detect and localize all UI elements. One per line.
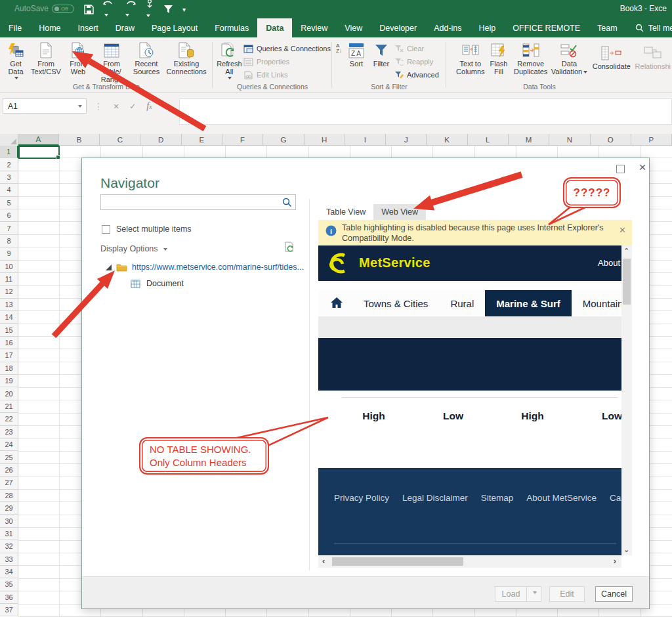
row-header-9[interactable]: 9 bbox=[0, 247, 18, 260]
row-header-23[interactable]: 23 bbox=[0, 426, 18, 438]
column-header-B[interactable]: B bbox=[59, 134, 100, 146]
row-header-3[interactable]: 3 bbox=[0, 171, 18, 184]
display-options-dropdown[interactable]: Display Options bbox=[100, 244, 167, 253]
tab-draw[interactable]: Draw bbox=[107, 18, 143, 37]
footer-careers[interactable]: Caree bbox=[610, 493, 621, 503]
edit-links-button[interactable]: Edit Links bbox=[243, 68, 331, 81]
column-header-L[interactable]: L bbox=[468, 134, 509, 146]
row-header-35[interactable]: 35 bbox=[0, 578, 18, 591]
vertical-scrollbar[interactable]: ⌃ ⌄ bbox=[621, 245, 632, 555]
edit-button[interactable]: Edit bbox=[549, 586, 585, 602]
data-validation-button[interactable]: Data Validation bbox=[551, 40, 588, 75]
row-header-20[interactable]: 20 bbox=[0, 387, 18, 400]
cancel-entry-icon[interactable]: × bbox=[114, 101, 119, 112]
tab-add-ins[interactable]: Add-ins bbox=[425, 18, 470, 37]
row-header-18[interactable]: 18 bbox=[0, 362, 18, 375]
sort-az-icon[interactable]: AZ↓ bbox=[336, 43, 342, 54]
select-multiple-checkbox[interactable] bbox=[102, 225, 110, 234]
row-header-31[interactable]: 31 bbox=[0, 528, 18, 540]
nav-towns-cities[interactable]: Towns & Cities bbox=[352, 298, 439, 309]
row-header-16[interactable]: 16 bbox=[0, 337, 18, 349]
existing-connections-button[interactable]: Existing Connections bbox=[163, 40, 210, 75]
remove-duplicates-button[interactable]: Remove Duplicates bbox=[511, 40, 551, 75]
advanced-filter-button[interactable]: Advanced bbox=[394, 68, 439, 81]
nav-marine-surf[interactable]: Marine & Surf bbox=[485, 290, 572, 316]
column-header-I[interactable]: I bbox=[345, 134, 386, 146]
tell-me-search[interactable]: Tell me what you bbox=[626, 18, 672, 37]
load-button[interactable]: Load bbox=[495, 586, 527, 602]
properties-button[interactable]: Properties bbox=[243, 55, 331, 68]
tab-team[interactable]: Team bbox=[589, 18, 626, 37]
footer-sitemap[interactable]: Sitemap bbox=[481, 493, 514, 503]
column-header-J[interactable]: J bbox=[386, 134, 427, 146]
column-header-C[interactable]: C bbox=[100, 134, 140, 146]
load-dropdown[interactable] bbox=[526, 586, 541, 602]
tree-expand-icon[interactable] bbox=[106, 265, 112, 270]
tab-view[interactable]: View bbox=[336, 18, 371, 37]
row-header-21[interactable]: 21 bbox=[0, 400, 18, 413]
redo-icon[interactable] bbox=[124, 0, 136, 20]
tab-table-view[interactable]: Table View bbox=[318, 204, 373, 221]
name-box[interactable]: A1 bbox=[3, 98, 87, 114]
formula-input[interactable] bbox=[179, 98, 672, 125]
enter-entry-icon[interactable]: ✓ bbox=[129, 102, 136, 111]
row-header-27[interactable]: 27 bbox=[0, 477, 18, 489]
row-header-24[interactable]: 24 bbox=[0, 438, 18, 451]
column-header-O[interactable]: O bbox=[591, 134, 631, 146]
tab-formulas[interactable]: Formulas bbox=[206, 18, 257, 37]
row-header-5[interactable]: 5 bbox=[0, 197, 18, 209]
tab-developer[interactable]: Developer bbox=[371, 18, 425, 37]
refresh-icon[interactable] bbox=[284, 242, 295, 255]
row-header-25[interactable]: 25 bbox=[0, 451, 18, 463]
tab-review[interactable]: Review bbox=[292, 18, 336, 37]
row-header-2[interactable]: 2 bbox=[0, 158, 18, 171]
row-header-34[interactable]: 34 bbox=[0, 566, 18, 578]
queries-connections-button[interactable]: Queries & Connections bbox=[243, 42, 331, 55]
column-header-P[interactable]: P bbox=[631, 134, 672, 146]
consolidate-button[interactable]: Consolidate bbox=[588, 40, 635, 70]
row-header-17[interactable]: 17 bbox=[0, 349, 18, 362]
tree-item-url[interactable]: https://www.metservice.com/marine-surf/t… bbox=[106, 263, 304, 272]
row-header-19[interactable]: 19 bbox=[0, 375, 18, 387]
column-header-G[interactable]: G bbox=[263, 134, 304, 146]
row-header-15[interactable]: 15 bbox=[0, 324, 18, 336]
row-header-33[interactable]: 33 bbox=[0, 553, 18, 566]
row-header-37[interactable]: 37 bbox=[0, 604, 18, 616]
search-input[interactable] bbox=[104, 196, 278, 209]
footer-privacy-policy[interactable]: Privacy Policy bbox=[334, 493, 389, 503]
column-header-N[interactable]: N bbox=[549, 134, 590, 146]
tab-data[interactable]: Data bbox=[257, 18, 292, 37]
selected-cell-a1[interactable] bbox=[18, 146, 60, 159]
customize-qat-icon[interactable]: ▾ bbox=[182, 6, 186, 13]
name-box-caret[interactable] bbox=[78, 105, 82, 110]
clear-filter-button[interactable]: Clear bbox=[394, 42, 439, 55]
row-header-14[interactable]: 14 bbox=[0, 311, 18, 324]
vertical-scroll-thumb[interactable] bbox=[623, 259, 631, 305]
from-web-button[interactable]: From Web bbox=[63, 40, 93, 75]
filter-button[interactable]: Filter bbox=[368, 40, 394, 68]
select-multiple-row[interactable]: Select multiple items bbox=[102, 224, 192, 234]
column-header-E[interactable]: E bbox=[182, 134, 222, 146]
row-header-11[interactable]: 11 bbox=[0, 273, 18, 286]
sort-button[interactable]: Z A Sort bbox=[345, 40, 368, 68]
tab-web-view[interactable]: Web View bbox=[373, 204, 426, 221]
cancel-button[interactable]: Cancel bbox=[595, 586, 633, 602]
column-header-A[interactable]: A bbox=[18, 134, 59, 146]
touch-mode-icon[interactable] bbox=[145, 0, 154, 20]
row-header-10[interactable]: 10 bbox=[0, 261, 18, 273]
relationships-button[interactable]: Relationshi bbox=[635, 40, 671, 70]
tab-office-remote[interactable]: OFFICE REMOTE bbox=[504, 18, 589, 37]
autosave-toggle[interactable]: AutoSave Off bbox=[14, 4, 74, 13]
scroll-right-icon[interactable]: › bbox=[614, 556, 616, 566]
column-header-M[interactable]: M bbox=[509, 134, 549, 146]
save-icon[interactable] bbox=[84, 5, 94, 14]
row-header-7[interactable]: 7 bbox=[0, 222, 18, 234]
row-header-12[interactable]: 12 bbox=[0, 286, 18, 298]
horizontal-scroll-thumb[interactable] bbox=[332, 557, 463, 566]
tab-insert[interactable]: Insert bbox=[70, 18, 107, 37]
close-icon[interactable]: × bbox=[635, 160, 650, 175]
row-header-6[interactable]: 6 bbox=[0, 209, 18, 222]
row-header-13[interactable]: 13 bbox=[0, 299, 18, 311]
insert-function-icon[interactable]: fx bbox=[146, 101, 152, 112]
footer-about-metservice[interactable]: About MetService bbox=[526, 493, 597, 503]
